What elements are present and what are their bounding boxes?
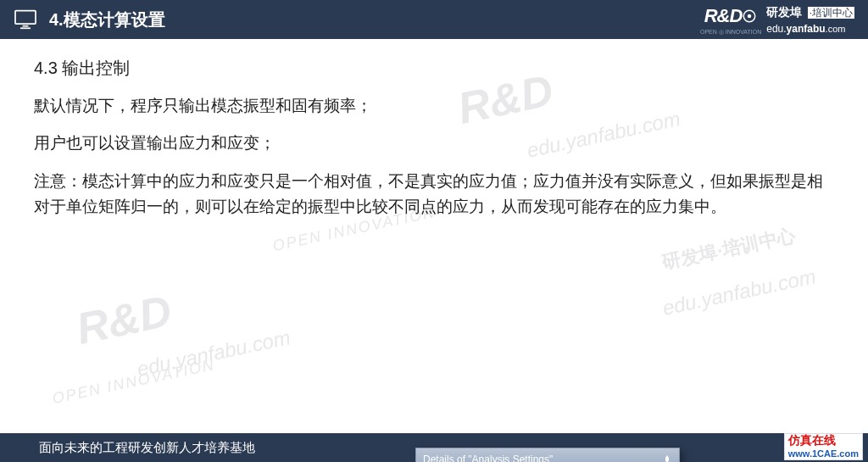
cae-badge: 仿真在线 www.1CAE.com — [784, 433, 863, 460]
watermark: 研发埠·培训中心 — [659, 220, 798, 278]
panel-title: Details of "Analysis Settings" — [423, 452, 553, 462]
cae-top: 仿真在线 — [788, 434, 859, 448]
svg-rect-1 — [23, 25, 29, 27]
open-innovation-label: OPEN ◎ INNOVATION — [700, 29, 761, 35]
watermark: R&D — [70, 276, 179, 365]
brand-site-domain: yanfabu — [787, 23, 826, 35]
watermark: edu.yanfabu.com — [659, 260, 819, 325]
header-left: 4.模态计算设置 — [14, 8, 165, 31]
rd-text: R&D — [704, 5, 743, 27]
gear-icon — [742, 8, 757, 24]
paragraph: 默认情况下，程序只输出模态振型和固有频率； — [34, 93, 834, 119]
brand-site-tld: .com — [826, 24, 846, 34]
brand-name: 研发埠 — [766, 5, 802, 19]
svg-point-4 — [748, 14, 752, 18]
pin-icon[interactable] — [662, 454, 672, 462]
header-bar: 4.模态计算设置 R&D OPEN ◎ INNOVATION 研发埠 ·培训中心 — [0, 0, 868, 39]
svg-rect-0 — [15, 11, 36, 24]
brand-stack: 研发埠 ·培训中心 edu.yanfabu.com — [766, 4, 854, 36]
cae-bot: www.1CAE.com — [788, 448, 859, 459]
watermark: OPEN INNOVATION — [50, 353, 217, 411]
panel-titlebar[interactable]: Details of "Analysis Settings" — [415, 448, 680, 462]
footer-left-text: 面向未来的工程研发创新人才培养基地 — [39, 440, 255, 456]
paragraph: 注意：模态计算中的应力和应变只是一个相对值，不是真实的应力值；应力值并没有实际意… — [34, 169, 834, 220]
brand-site-prefix: edu. — [766, 23, 786, 35]
monitor-icon — [14, 9, 37, 30]
analysis-settings-panel: Details of "Analysis Settings" + Options… — [415, 448, 680, 462]
section-heading: 4.3 输出控制 — [34, 54, 834, 81]
header-right: R&D OPEN ◎ INNOVATION 研发埠 ·培训中心 edu.yanf… — [700, 4, 854, 36]
logo-rd: R&D OPEN ◎ INNOVATION 研发埠 ·培训中心 edu.yanf… — [700, 4, 854, 36]
page-title: 4.模态计算设置 — [49, 8, 165, 31]
paragraph: 用户也可以设置输出应力和应变； — [34, 131, 834, 156]
content-area: R&D edu.yanfabu.com OPEN INNOVATION R&D … — [0, 39, 868, 433]
brand-suffix: ·培训中心 — [808, 7, 854, 19]
watermark: edu.yanfabu.com — [134, 321, 293, 386]
svg-rect-2 — [20, 27, 31, 29]
